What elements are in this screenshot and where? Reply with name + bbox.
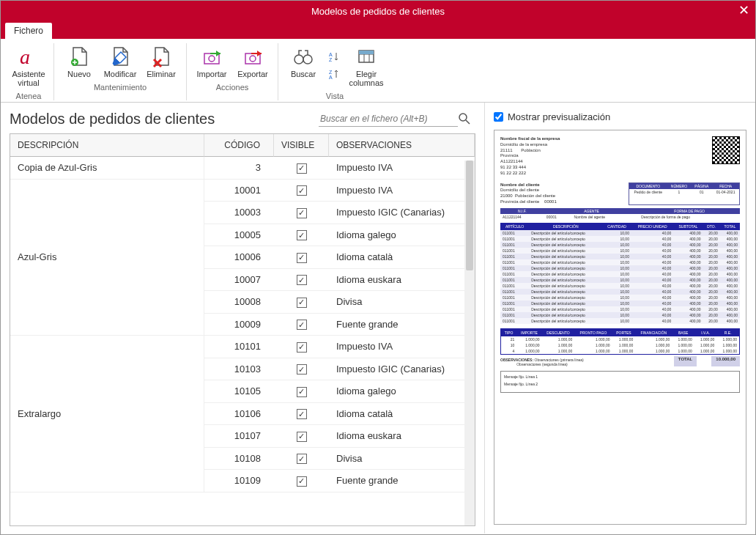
show-preview-checkbox[interactable]: Mostrar previsualización bbox=[494, 111, 746, 122]
table-row-obs[interactable]: Fuente grande bbox=[329, 470, 475, 492]
asistente-virtual-button[interactable]: a Asistente virtual bbox=[8, 43, 49, 89]
checkbox-icon[interactable]: ✓ bbox=[297, 275, 307, 285]
svg-text:A: A bbox=[329, 52, 333, 57]
svg-point-4 bbox=[294, 55, 303, 64]
search-input[interactable] bbox=[319, 111, 458, 127]
binoculars-icon bbox=[292, 45, 315, 68]
page-title: Modelos de pedidos de clientes bbox=[10, 111, 215, 128]
table-row-desc[interactable]: Azul-Gris bbox=[10, 180, 204, 336]
checkbox-icon[interactable]: ✓ bbox=[297, 387, 307, 397]
table-row-obs[interactable]: Impuesto IVA bbox=[329, 180, 475, 202]
table-row-desc[interactable]: Copia de Azul-Gris bbox=[10, 157, 204, 180]
show-preview-input[interactable] bbox=[494, 112, 503, 122]
main-list-pane: Modelos de pedidos de clientes DESCRIPCI… bbox=[1, 103, 484, 534]
table-row-code[interactable]: 10108 bbox=[204, 448, 274, 471]
table-row-visible[interactable]: ✓ bbox=[274, 224, 329, 247]
table-row-obs[interactable]: Fuente grande bbox=[329, 314, 475, 336]
table-row-code[interactable]: 10106 bbox=[204, 403, 274, 426]
buscar-button[interactable]: Buscar bbox=[283, 43, 324, 89]
svg-point-12 bbox=[459, 114, 467, 121]
table-row-code[interactable]: 10006 bbox=[204, 246, 274, 269]
sort-asc-button[interactable]: AZ bbox=[324, 48, 346, 66]
table-row-visible[interactable]: ✓ bbox=[274, 246, 329, 269]
svg-text:Z: Z bbox=[329, 57, 333, 62]
importar-button[interactable]: Importar bbox=[191, 43, 232, 80]
table-row-obs[interactable]: Idioma galego bbox=[329, 224, 475, 247]
table-row-code[interactable]: 3 bbox=[204, 157, 274, 180]
table-row-visible[interactable]: ✓ bbox=[274, 470, 329, 492]
table-row-visible[interactable]: ✓ bbox=[274, 157, 329, 180]
table-row-code[interactable]: 10103 bbox=[204, 358, 274, 381]
table-row-code[interactable]: 10001 bbox=[204, 180, 274, 202]
scrollbar-thumb[interactable] bbox=[466, 160, 473, 270]
table-row-obs[interactable]: Idioma galego bbox=[329, 380, 475, 403]
sort-desc-button[interactable]: ZA bbox=[324, 66, 346, 84]
table-row-obs[interactable]: Idioma euskara bbox=[329, 425, 475, 448]
table-row-obs[interactable]: Impuesto IVA bbox=[329, 336, 475, 358]
checkbox-icon[interactable]: ✓ bbox=[297, 230, 307, 240]
table-row-visible[interactable]: ✓ bbox=[274, 269, 329, 292]
qr-icon bbox=[712, 136, 740, 164]
table-row-code[interactable]: 10009 bbox=[204, 314, 274, 336]
table-row-obs[interactable]: Idioma català bbox=[329, 403, 475, 426]
nuevo-button[interactable]: Nuevo bbox=[59, 43, 100, 80]
table-row-obs[interactable]: Divisa bbox=[329, 291, 475, 314]
table-row-visible[interactable]: ✓ bbox=[274, 448, 329, 471]
table-scrollbar[interactable] bbox=[464, 160, 475, 525]
table-row-desc[interactable]: Extralargo bbox=[10, 336, 204, 492]
checkbox-icon[interactable]: ✓ bbox=[297, 163, 307, 174]
col-observaciones[interactable]: OBSERVACIONES bbox=[329, 134, 475, 157]
table-row-obs[interactable]: Impuesto IVA bbox=[329, 157, 475, 180]
import-icon bbox=[200, 45, 223, 68]
col-visible[interactable]: VISIBLE bbox=[274, 134, 329, 157]
table-row-visible[interactable]: ✓ bbox=[274, 314, 329, 336]
table-row-code[interactable]: 10107 bbox=[204, 425, 274, 448]
table-row-visible[interactable]: ✓ bbox=[274, 202, 329, 224]
table-row-visible[interactable]: ✓ bbox=[274, 180, 329, 202]
table-row-obs[interactable]: Divisa bbox=[329, 448, 475, 471]
table-row-code[interactable]: 10105 bbox=[204, 380, 274, 403]
table-row-code[interactable]: 10007 bbox=[204, 269, 274, 292]
sort-asc-icon: AZ bbox=[328, 50, 341, 63]
checkbox-icon[interactable]: ✓ bbox=[297, 454, 307, 464]
checkbox-icon[interactable]: ✓ bbox=[297, 320, 307, 330]
table-row-obs[interactable]: Idioma euskara bbox=[329, 269, 475, 292]
col-codigo[interactable]: CÓDIGO bbox=[204, 134, 274, 157]
edit-icon bbox=[108, 45, 132, 68]
checkbox-icon[interactable]: ✓ bbox=[297, 476, 307, 487]
table-row-visible[interactable]: ✓ bbox=[274, 291, 329, 314]
search-icon bbox=[458, 112, 471, 125]
search-button[interactable] bbox=[458, 110, 475, 128]
table-row-visible[interactable]: ✓ bbox=[274, 403, 329, 426]
table-row-obs[interactable]: Idioma català bbox=[329, 246, 475, 269]
export-icon bbox=[241, 45, 264, 68]
checkbox-icon[interactable]: ✓ bbox=[297, 342, 307, 353]
preview-pane: Mostrar previsualización Nombre fiscal d… bbox=[484, 103, 755, 534]
table-row-code[interactable]: 10008 bbox=[204, 291, 274, 314]
eliminar-button[interactable]: Eliminar bbox=[141, 43, 182, 80]
checkbox-icon[interactable]: ✓ bbox=[297, 364, 307, 374]
table-row-visible[interactable]: ✓ bbox=[274, 380, 329, 403]
close-icon[interactable]: ✕ bbox=[738, 2, 749, 18]
table-row-code[interactable]: 10003 bbox=[204, 202, 274, 224]
table-row-obs[interactable]: Impuesto IGIC (Canarias) bbox=[329, 202, 475, 224]
table-row-code[interactable]: 10005 bbox=[204, 224, 274, 247]
modificar-button[interactable]: Modificar bbox=[100, 43, 141, 80]
checkbox-icon[interactable]: ✓ bbox=[297, 409, 307, 419]
table-row-visible[interactable]: ✓ bbox=[274, 358, 329, 381]
table-row-visible[interactable]: ✓ bbox=[274, 336, 329, 358]
elegir-columnas-button[interactable]: Elegir columnas bbox=[346, 43, 387, 89]
checkbox-icon[interactable]: ✓ bbox=[297, 208, 307, 218]
checkbox-icon[interactable]: ✓ bbox=[297, 298, 307, 308]
exportar-button[interactable]: Exportar bbox=[232, 43, 273, 80]
table-row-visible[interactable]: ✓ bbox=[274, 425, 329, 448]
checkbox-icon[interactable]: ✓ bbox=[297, 185, 307, 196]
checkbox-icon[interactable]: ✓ bbox=[297, 253, 307, 263]
col-descripcion[interactable]: DESCRIPCIÓN bbox=[10, 134, 204, 157]
table-row-code[interactable]: 10101 bbox=[204, 336, 274, 358]
svg-point-2 bbox=[209, 56, 215, 62]
tab-fichero[interactable]: Fichero bbox=[5, 23, 52, 39]
table-row-obs[interactable]: Impuesto IGIC (Canarias) bbox=[329, 358, 475, 381]
table-row-code[interactable]: 10109 bbox=[204, 470, 274, 492]
checkbox-icon[interactable]: ✓ bbox=[297, 432, 307, 442]
